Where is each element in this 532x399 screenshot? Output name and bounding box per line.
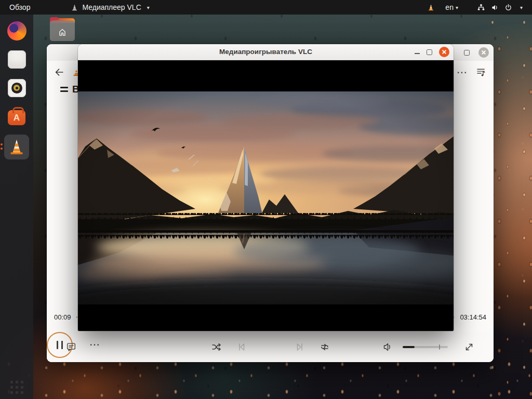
player-titlebar[interactable]: Медиапроигрыватель VLC	[78, 44, 454, 60]
dock-item-vlc[interactable]	[4, 135, 29, 159]
wired-network-icon	[477, 4, 485, 11]
ubuntu-software-icon: A	[8, 110, 25, 125]
raindrops-bottom	[0, 357, 532, 399]
library-more-button[interactable]: ⋯	[457, 67, 468, 77]
subtitles-icon	[65, 341, 77, 353]
folder-body	[50, 21, 75, 41]
firefox-icon	[7, 21, 26, 41]
subtitles-button[interactable]	[65, 341, 77, 353]
app-menu-label: Медиаплеер VLC	[82, 3, 141, 11]
chevron-down-icon: ▾	[456, 5, 458, 10]
volume-tick	[439, 344, 440, 350]
repeat-icon	[318, 341, 331, 353]
next-icon	[294, 341, 306, 353]
volume-icon	[491, 4, 499, 11]
app-menu-button[interactable]: Медиаплеер VLC ▾	[64, 0, 155, 15]
activities-button[interactable]: Обзор	[0, 0, 39, 15]
player-maximize-button[interactable]	[427, 49, 432, 55]
chevron-down-icon: ▾	[147, 5, 150, 10]
home-folder-icon[interactable]	[50, 17, 75, 41]
keyboard-layout-button[interactable]: en ▾	[440, 0, 463, 15]
player-close-button[interactable]	[439, 47, 449, 57]
chevron-down-icon: ▾	[520, 5, 523, 10]
vlc-cone-icon	[427, 4, 435, 11]
vlc-cone-icon	[7, 138, 26, 156]
speaker-icon	[382, 341, 394, 353]
activities-label: Обзор	[9, 3, 30, 11]
top-bar: Обзор Медиаплеер VLC ▾	[0, 0, 532, 15]
previous-button[interactable]	[235, 341, 248, 353]
running-indicator	[1, 143, 3, 150]
previous-icon	[235, 341, 248, 353]
volume-slider[interactable]	[403, 346, 448, 348]
dock-item-ubuntu-software[interactable]: A	[4, 106, 29, 127]
dock-item-files[interactable]	[4, 49, 29, 70]
library-maximize-button[interactable]	[464, 50, 470, 56]
fullscreen-icon	[463, 341, 475, 353]
player-controls-bar: ⋯	[47, 332, 494, 362]
video-frame-mountain-lake	[78, 91, 454, 304]
vlc-player-window: Медиапроигрыватель VLC	[78, 44, 454, 331]
system-status-menu[interactable]: ▾	[473, 0, 527, 15]
hamburger-icon	[60, 87, 68, 92]
volume-fill	[403, 346, 415, 348]
fullscreen-button[interactable]	[463, 341, 475, 353]
playlist-icon[interactable]	[476, 67, 487, 78]
library-close-button[interactable]	[478, 47, 489, 58]
dock-item-firefox[interactable]	[4, 20, 29, 41]
files-icon	[8, 50, 26, 69]
vlc-cone-icon	[71, 4, 78, 11]
repeat-button[interactable]	[318, 341, 331, 353]
seek-fill	[76, 316, 77, 318]
controls-more-glyph: ⋯	[89, 339, 100, 350]
dock: A	[0, 15, 33, 399]
elapsed-time: 00:09	[54, 313, 71, 321]
vlc-tray-button[interactable]	[422, 0, 440, 15]
shuffle-icon	[210, 341, 223, 353]
rhythmbox-icon	[8, 79, 26, 97]
player-minimize-button[interactable]	[415, 53, 420, 54]
power-icon	[504, 4, 512, 11]
home-glyph-icon	[56, 25, 69, 37]
video-area[interactable]	[78, 60, 454, 331]
next-button[interactable]	[294, 341, 306, 353]
controls-more-button[interactable]: ⋯	[89, 339, 100, 350]
screen: ⋯ Видео 00:09 03:14:54	[0, 0, 532, 399]
player-window-title: Медиапроигрыватель VLC	[78, 44, 454, 60]
dock-item-rhythmbox[interactable]	[4, 77, 29, 98]
back-arrow-icon[interactable]	[54, 66, 65, 78]
shuffle-button[interactable]	[210, 341, 223, 353]
volume-button[interactable]	[382, 341, 394, 353]
total-time: 03:14:54	[460, 313, 486, 321]
keyboard-layout-label: en	[445, 3, 454, 11]
